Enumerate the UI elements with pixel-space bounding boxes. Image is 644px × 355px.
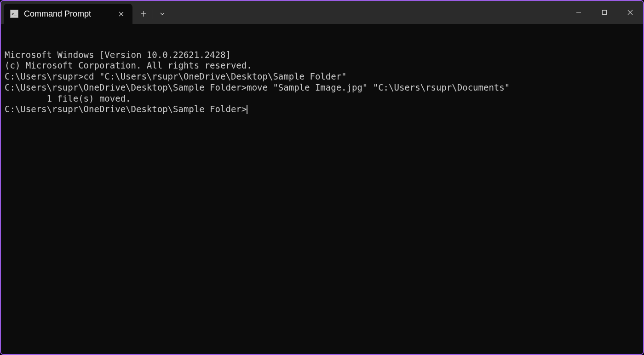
command-prompt-icon: [10, 10, 18, 18]
close-icon: [627, 10, 633, 15]
plus-icon: [140, 11, 147, 17]
terminal-window: Command Prompt: [1, 1, 643, 354]
new-tab-button[interactable]: [135, 6, 152, 22]
maximize-button[interactable]: [592, 1, 617, 24]
terminal-line: Microsoft Windows [Version 10.0.22621.24…: [5, 50, 639, 61]
close-icon: [119, 11, 124, 17]
terminal-line: C:\Users\rsupr>cd "C:\Users\rsupr\OneDri…: [5, 71, 639, 82]
chevron-down-icon: [160, 11, 165, 17]
tab-title: Command Prompt: [24, 9, 110, 19]
close-tab-button[interactable]: [116, 9, 126, 19]
terminal-line: 1 file(s) moved.: [5, 93, 639, 104]
terminal-output[interactable]: Microsoft Windows [Version 10.0.22621.24…: [1, 24, 643, 354]
window-controls: [566, 1, 643, 24]
minimize-icon: [576, 10, 581, 15]
close-window-button[interactable]: [617, 1, 643, 24]
titlebar: Command Prompt: [1, 1, 643, 24]
maximize-icon: [602, 10, 607, 15]
tab-actions: [135, 4, 171, 24]
terminal-line: (c) Microsoft Corporation. All rights re…: [5, 60, 639, 71]
terminal-line: C:\Users\rsupr\OneDrive\Desktop\Sample F…: [5, 104, 639, 115]
tab-strip: Command Prompt: [1, 1, 566, 24]
text-cursor: [247, 105, 247, 114]
tab-divider: [153, 9, 153, 19]
svg-rect-0: [603, 11, 607, 15]
terminal-line: C:\Users\rsupr\OneDrive\Desktop\Sample F…: [5, 82, 639, 93]
tab-dropdown-button[interactable]: [154, 6, 171, 22]
tab-command-prompt[interactable]: Command Prompt: [4, 4, 132, 24]
minimize-button[interactable]: [566, 1, 592, 24]
